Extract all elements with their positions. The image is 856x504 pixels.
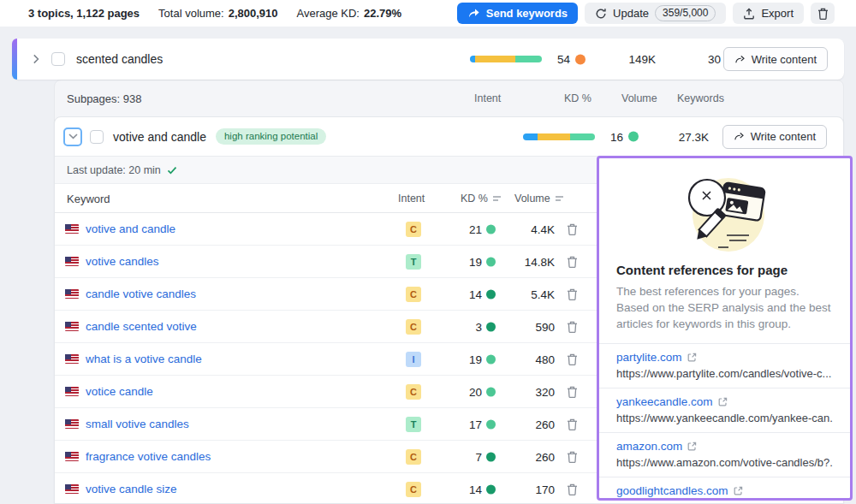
intent-badge: I	[406, 352, 421, 367]
kd-dot	[486, 387, 496, 396]
kd-cell: 14	[469, 483, 496, 495]
us-flag-icon	[65, 354, 79, 364]
keyword-link[interactable]: votive candles	[86, 255, 159, 268]
reference-domain-link[interactable]: goodlightcandles.com	[616, 484, 728, 497]
expand-chevron-right-icon[interactable]	[33, 54, 39, 64]
intent-segment	[570, 133, 595, 140]
page-row: votive and candle high ranking potential…	[55, 117, 843, 157]
col-header-intent: Intent	[398, 193, 425, 205]
kd-cell: 19	[469, 353, 496, 365]
topic-checkbox[interactable]	[51, 52, 65, 66]
external-link-icon[interactable]	[734, 486, 743, 495]
total-volume-label: Total volume:	[158, 7, 224, 20]
us-flag-icon	[65, 419, 79, 429]
keyword-link[interactable]: votice candle	[86, 385, 153, 398]
keyword-row: votive candle size C 14 170	[55, 473, 597, 504]
kd-dot	[486, 452, 496, 461]
volume-cell: 4.4K	[531, 222, 555, 235]
reference-url: https://www.yankeecandle.com/yankee-can.…	[616, 412, 833, 424]
trash-icon[interactable]	[567, 256, 578, 268]
us-flag-icon	[65, 289, 79, 299]
page-checkbox[interactable]	[90, 130, 104, 144]
update-button[interactable]: Update 359/5,000	[585, 3, 726, 24]
sort-icon[interactable]	[492, 195, 502, 202]
keyword-link[interactable]: votive and candle	[86, 222, 175, 235]
last-update-bar: Last update: 20 min	[55, 157, 597, 184]
trash-icon	[817, 8, 829, 20]
topic-accent-bar	[12, 39, 17, 80]
keyword-link[interactable]: candle votive candles	[86, 288, 196, 300]
keyword-rows: votive and candle C 21 4.4K votive candl…	[55, 213, 597, 504]
trash-icon[interactable]	[567, 353, 578, 365]
keyword-link[interactable]: what is a votive candle	[86, 353, 202, 365]
keyword-row: candle votive candles C 14 5.4K	[55, 278, 597, 311]
volume-cell: 320	[535, 385, 555, 398]
keyword-link[interactable]: candle scented votive	[86, 320, 197, 333]
intent-badge: C	[406, 482, 421, 497]
trash-icon[interactable]	[567, 288, 578, 300]
write-content-button[interactable]: Write content	[723, 47, 828, 71]
kd-dot	[486, 322, 496, 331]
keyword-table-header: Keyword Intent KD % Volume	[55, 184, 597, 213]
write-content-button[interactable]: Write content	[722, 125, 827, 149]
volume-cell: 260	[535, 450, 555, 463]
trash-icon[interactable]	[567, 386, 578, 398]
page-volume: 27.3K	[679, 130, 709, 143]
us-flag-icon	[65, 257, 79, 266]
average-kd-label: Average KD:	[297, 7, 360, 20]
trash-icon[interactable]	[567, 321, 578, 333]
write-arrow-icon	[734, 55, 746, 64]
volume-cell: 5.4K	[531, 288, 555, 300]
content-references-panel: Content references for page The best ref…	[597, 156, 853, 501]
intent-distribution-bar	[470, 56, 542, 62]
intent-badge: T	[406, 417, 421, 432]
col-header-keyword: Keyword	[67, 193, 110, 205]
subpages-col-keywords: Keywords	[677, 92, 724, 104]
kd-dot	[486, 484, 496, 494]
kd-dot	[486, 289, 496, 299]
external-link-icon[interactable]	[687, 442, 697, 451]
intent-badge: C	[406, 449, 421, 465]
export-icon	[743, 8, 755, 20]
external-link-icon[interactable]	[687, 353, 697, 362]
intent-badge: C	[406, 319, 421, 335]
delete-all-button[interactable]	[811, 3, 835, 24]
trash-icon[interactable]	[567, 451, 578, 463]
trash-icon[interactable]	[567, 418, 578, 430]
export-button[interactable]: Export	[733, 3, 804, 24]
kd-cell: 7	[475, 450, 496, 463]
topic-name[interactable]: scented candles	[76, 52, 163, 66]
kd-dot	[628, 132, 639, 142]
reference-domain-link[interactable]: amazon.com	[616, 440, 682, 453]
kd-dot	[575, 54, 586, 64]
keyword-link[interactable]: fragrance votive candles	[86, 450, 211, 463]
topic-keywords-count: 30	[708, 53, 721, 66]
keyword-row: votive candles T 19 14.8K	[55, 246, 597, 278]
external-link-icon[interactable]	[718, 397, 728, 406]
page-name[interactable]: votive and candle	[113, 130, 206, 144]
keyword-link[interactable]: votive candle size	[86, 483, 177, 495]
refresh-icon	[595, 8, 607, 20]
col-header-kd: KD %	[461, 193, 488, 205]
reference-domain-link[interactable]: yankeecandle.com	[616, 395, 713, 408]
intent-badge: C	[406, 222, 421, 237]
kd-dot	[486, 419, 496, 429]
intent-segment	[538, 133, 571, 140]
collapse-chevron-down-button[interactable]	[63, 127, 82, 146]
us-flag-icon	[65, 484, 79, 494]
send-keywords-button[interactable]: Send keywords	[457, 3, 578, 24]
write-arrow-icon	[734, 132, 745, 141]
reference-domain-link[interactable]: partylite.com	[616, 351, 682, 364]
kd-dot	[486, 224, 496, 234]
high-ranking-potential-badge: high ranking potential	[216, 128, 326, 145]
keyword-row: votive and candle C 21 4.4K	[55, 213, 597, 246]
panel-description: The best references for your pages. Base…	[616, 283, 833, 332]
intent-segment	[515, 56, 542, 62]
reference-entry: partylite.com https://www.partylite.com/…	[599, 343, 850, 388]
sort-icon[interactable]	[555, 195, 564, 202]
keyword-row: small votive candles T 17 260	[55, 408, 597, 441]
trash-icon[interactable]	[567, 483, 578, 495]
keyword-link[interactable]: small votive candles	[86, 418, 189, 430]
trash-icon[interactable]	[567, 223, 578, 235]
kd-dot	[486, 257, 496, 266]
